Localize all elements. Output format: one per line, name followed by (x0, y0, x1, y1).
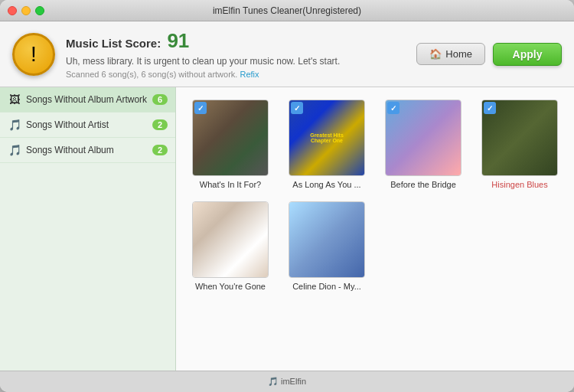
artwork-badge: 6 (152, 94, 168, 105)
album-title-6: Celine Dion - My... (292, 282, 361, 291)
window-title: imElfin Tunes Cleaner(Unregistered) (213, 5, 361, 16)
album-title-4: Hisingen Blues (491, 180, 547, 189)
album-thumb-wrap-5 (192, 201, 269, 278)
header: ! Music List Score: 91 Uh, mess library.… (0, 21, 574, 87)
album-thumb-wrap-4: ✓ (481, 100, 558, 176)
album-thumb-wrap-1: ✓ (192, 100, 269, 176)
header-info: Music List Score: 91 Uh, mess library. I… (66, 29, 406, 79)
artwork-icon: 🖼 (8, 93, 21, 106)
logo-text: imElfin (281, 377, 306, 386)
album-title-2: As Long As You ... (292, 180, 360, 189)
app-window: imElfin Tunes Cleaner(Unregistered) ! Mu… (0, 0, 574, 392)
maximize-button[interactable] (35, 6, 44, 15)
refix-link[interactable]: Refix (240, 70, 259, 79)
exclamation-icon: ! (31, 42, 37, 67)
album-checkbox-3[interactable]: ✓ (387, 102, 400, 114)
score-line: Music List Score: 91 (66, 29, 406, 53)
album-art-6 (289, 202, 364, 277)
album-thumb-wrap-2: Greatest HitsChapter One ✓ (289, 100, 365, 176)
logo-icon: 🎵 (268, 377, 279, 386)
footer: 🎵 imElfin (0, 371, 574, 392)
sidebar-label-artwork: Songs Without Album Artwork (26, 94, 148, 105)
minimize-button[interactable] (21, 6, 31, 15)
traffic-lights (8, 6, 44, 15)
artist-icon: 🎵 (8, 119, 21, 131)
album-title-5: When You're Gone (195, 282, 266, 291)
close-button[interactable] (8, 6, 17, 15)
footer-logo: 🎵 imElfin (268, 377, 306, 387)
artist-badge: 2 (152, 119, 168, 130)
apply-button[interactable]: Apply (493, 43, 562, 66)
title-bar: imElfin Tunes Cleaner(Unregistered) (0, 0, 574, 21)
album-thumb-wrap-6 (289, 201, 365, 278)
sidebar: 🖼 Songs Without Album Artwork 6 🎵 Songs … (0, 87, 176, 371)
album-item-6[interactable]: Celine Dion - My... (285, 201, 369, 291)
home-icon: 🏠 (429, 48, 442, 60)
sidebar-item-artwork[interactable]: 🖼 Songs Without Album Artwork 6 (0, 87, 175, 113)
album-checkbox-1[interactable]: ✓ (194, 102, 207, 114)
album-icon: 🎵 (8, 144, 21, 156)
album-art-5 (193, 202, 268, 277)
album-item-4[interactable]: ✓ Hisingen Blues (478, 100, 562, 189)
score-icon: ! (12, 33, 55, 76)
sidebar-item-album[interactable]: 🎵 Songs Without Album 2 (0, 138, 175, 163)
album-badge: 2 (152, 145, 168, 155)
home-button[interactable]: 🏠 Home (416, 43, 485, 65)
main-panel: ✓ What's In It For? Greatest HitsChapter… (176, 87, 574, 371)
scan-info: Scanned 6 song(s), 6 song(s) without art… (66, 70, 406, 79)
album-thumb-5 (192, 201, 269, 278)
header-buttons: 🏠 Home Apply (416, 43, 562, 66)
album-item-2[interactable]: Greatest HitsChapter One ✓ As Long As Yo… (285, 100, 369, 189)
sidebar-label-artist: Songs Without Artist (26, 119, 148, 130)
album-item-1[interactable]: ✓ What's In It For? (188, 100, 272, 189)
album-checkbox-4[interactable]: ✓ (484, 102, 496, 114)
album-thumb-wrap-3: ✓ (385, 100, 461, 176)
sidebar-item-artist[interactable]: 🎵 Songs Without Artist 2 (0, 113, 175, 138)
album-grid: ✓ What's In It For? Greatest HitsChapter… (188, 100, 562, 291)
content-area: 🖼 Songs Without Album Artwork 6 🎵 Songs … (0, 87, 574, 371)
album-thumb-6 (289, 201, 365, 278)
score-label: Music List Score: (66, 37, 161, 50)
album-checkbox-2[interactable]: ✓ (291, 102, 303, 114)
sidebar-label-album: Songs Without Album (26, 145, 148, 155)
album-item-5[interactable]: When You're Gone (188, 201, 272, 291)
score-message: Uh, mess library. It is urgent to clean … (66, 56, 406, 67)
album-title-3: Before the Bridge (390, 180, 456, 189)
album-item-3[interactable]: ✓ Before the Bridge (381, 100, 465, 189)
album-title-1: What's In It For? (200, 180, 261, 189)
score-value: 91 (167, 29, 189, 52)
art-text-2: Greatest HitsChapter One (308, 131, 345, 145)
